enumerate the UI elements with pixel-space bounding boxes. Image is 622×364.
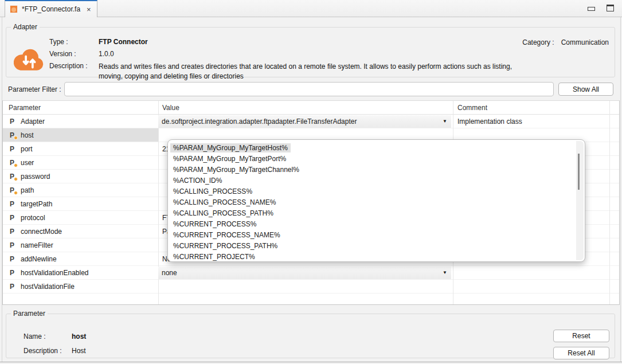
value-text: de.softproject.integration.adapter.ftpad…	[162, 118, 357, 126]
dropdown-item-label: %CURRENT_PROCESS%	[170, 220, 259, 229]
parameter-icon: P	[10, 269, 16, 277]
parameter-name: targetPath	[21, 200, 52, 208]
dropdown-item-label: %ACTION_ID%	[170, 176, 225, 185]
column-separator	[609, 101, 610, 304]
parameter-name: nameFilter	[21, 241, 53, 249]
column-header-parameter: Parameter	[3, 104, 158, 112]
maximize-icon[interactable]	[607, 5, 614, 11]
parameter-filter-label: Parameter Filter :	[8, 85, 61, 93]
parameter-icon: P	[10, 241, 16, 249]
dropdown-scrollbar-thumb[interactable]	[578, 154, 580, 190]
dropdown-item[interactable]: %CURRENT_PROCESS_NAME%	[170, 230, 573, 241]
dropdown-item[interactable]: %CALLING_PROCESS_PATH%	[170, 208, 573, 219]
tab-title: *FTP_Connector.fa	[22, 5, 80, 13]
dropdown-item-label: %CALLING_PROCESS%	[170, 187, 255, 196]
chevron-down-icon: ▼	[443, 270, 447, 275]
parameter-icon: P	[10, 159, 16, 167]
dropdown-item-label: %PARAM_MyGroup_MyTargetHost%	[170, 143, 291, 152]
adapter-group-legend: Adapter	[11, 23, 40, 31]
close-icon[interactable]: ×	[87, 6, 91, 13]
show-all-button[interactable]: Show All	[558, 83, 613, 96]
value-combo[interactable]: de.softproject.integration.adapter.ftpad…	[158, 115, 451, 128]
window-edge-right	[620, 17, 621, 362]
adapter-type: FTP Connector	[99, 38, 148, 46]
cloud-transfer-icon	[14, 48, 45, 72]
type-label: Type :	[49, 38, 99, 46]
dropdown-list: %PARAM_MyGroup_MyTargetHost%%PARAM_MyGro…	[168, 140, 585, 262]
parameter-name: hostValidationEnabled	[21, 269, 89, 277]
minimize-icon[interactable]	[588, 7, 595, 11]
parameter-name-value: host	[72, 332, 86, 340]
parameter-name: Adapter	[21, 118, 45, 126]
parameter-name: port	[21, 145, 33, 153]
warning-badge-icon	[14, 163, 18, 167]
dropdown-item[interactable]: %PARAM_MyGroup_MyTargetChannel%	[170, 165, 573, 175]
value-text: none	[162, 269, 177, 277]
parameter-detail-group: Parameter Name : host Description : Host…	[6, 310, 615, 358]
parameter-icon: P	[10, 228, 16, 236]
parameter-name: protocol	[21, 214, 45, 222]
adapter-description: Reads and writes files and creates direc…	[99, 62, 526, 81]
variable-suggestion-dropdown: %PARAM_MyGroup_MyTargetHost%%PARAM_MyGro…	[167, 139, 585, 262]
value-combo[interactable]: none▼	[158, 267, 451, 279]
adapter-version: 1.0.0	[99, 50, 114, 58]
warning-badge-icon	[14, 191, 18, 195]
parameter-name: path	[21, 186, 34, 194]
dropdown-item-label: %CURRENT_PROCESS_NAME%	[170, 230, 283, 240]
adapter-file-icon	[10, 5, 18, 13]
parameter-icon: P	[10, 131, 16, 139]
dropdown-item[interactable]: %CURRENT_PROCESS_PATH%	[170, 241, 573, 252]
dropdown-item[interactable]: %CURRENT_PROJECT%	[170, 252, 573, 262]
dropdown-item-label: %CURRENT_PROJECT%	[170, 252, 258, 261]
dropdown-item[interactable]: %ACTION_ID%	[170, 175, 573, 186]
parameter-name: connectMode	[21, 228, 62, 236]
parameter-name: addNewline	[21, 255, 57, 263]
version-label: Version :	[49, 50, 99, 58]
table-row[interactable]: PAdapterde.softproject.integration.adapt…	[3, 115, 619, 128]
comment-text	[453, 266, 609, 279]
dropdown-item[interactable]: %CALLING_PROCESS%	[170, 186, 573, 197]
parameter-icon: P	[10, 200, 16, 208]
dropdown-item-label: %PARAM_MyGroup_MyTargetPort%	[170, 154, 289, 163]
parameter-filter-input[interactable]	[64, 82, 554, 96]
parameter-description-value: Host	[72, 347, 86, 355]
parameter-name: password	[21, 173, 50, 181]
column-header-comment: Comment	[453, 104, 609, 112]
adapter-category: Communication	[561, 38, 609, 46]
dropdown-item[interactable]: %CALLING_PROCESS_NAME%	[170, 197, 573, 208]
parameter-detail-legend: Parameter	[11, 310, 48, 318]
table-row[interactable]: PhostValidationFile	[3, 280, 619, 293]
description-label: Description :	[24, 347, 72, 355]
parameter-icon: P	[10, 118, 16, 126]
window-edge-bottom	[0, 362, 622, 362]
parameter-name: hostValidationFile	[21, 283, 75, 291]
reset-button[interactable]: Reset	[553, 330, 609, 342]
dropdown-item[interactable]: %PARAM_MyGroup_MyTargetPort%	[170, 154, 573, 165]
view-controls	[588, 5, 614, 11]
parameter-icon: P	[10, 173, 16, 181]
warning-badge-icon	[14, 177, 18, 181]
description-label: Description :	[49, 62, 99, 81]
dropdown-item[interactable]: %CURRENT_PROCESS%	[170, 219, 573, 230]
parameter-name: user	[21, 159, 34, 167]
warning-badge-icon	[14, 136, 18, 140]
editor-tab-bar: *FTP_Connector.fa ×	[0, 0, 622, 17]
comment-text: Implementation class	[453, 115, 609, 128]
dropdown-scrollbar-track[interactable]	[576, 141, 584, 260]
reset-all-button[interactable]: Reset All	[553, 347, 609, 359]
dropdown-item-label: %PARAM_MyGroup_MyTargetChannel%	[170, 165, 302, 174]
table-header: Parameter Value Comment	[3, 101, 619, 115]
chevron-down-icon: ▼	[443, 119, 447, 124]
column-header-value: Value	[158, 104, 453, 112]
dropdown-item-label: %CALLING_PROCESS_PATH%	[170, 209, 276, 218]
comment-text	[453, 280, 609, 293]
dropdown-item-label: %CURRENT_PROCESS_PATH%	[170, 241, 280, 251]
parameter-icon: P	[10, 283, 16, 291]
table-row[interactable]: PhostValidationEnablednone▼	[3, 266, 619, 280]
name-label: Name :	[24, 332, 72, 340]
adapter-group: Adapter Type : FTP Connector Version : 1…	[6, 23, 615, 77]
dropdown-item[interactable]: %PARAM_MyGroup_MyTargetHost%	[170, 143, 573, 154]
tab-ftp-connector[interactable]: *FTP_Connector.fa ×	[5, 0, 97, 17]
parameter-icon: P	[10, 255, 16, 263]
category-label: Category :	[522, 38, 554, 46]
